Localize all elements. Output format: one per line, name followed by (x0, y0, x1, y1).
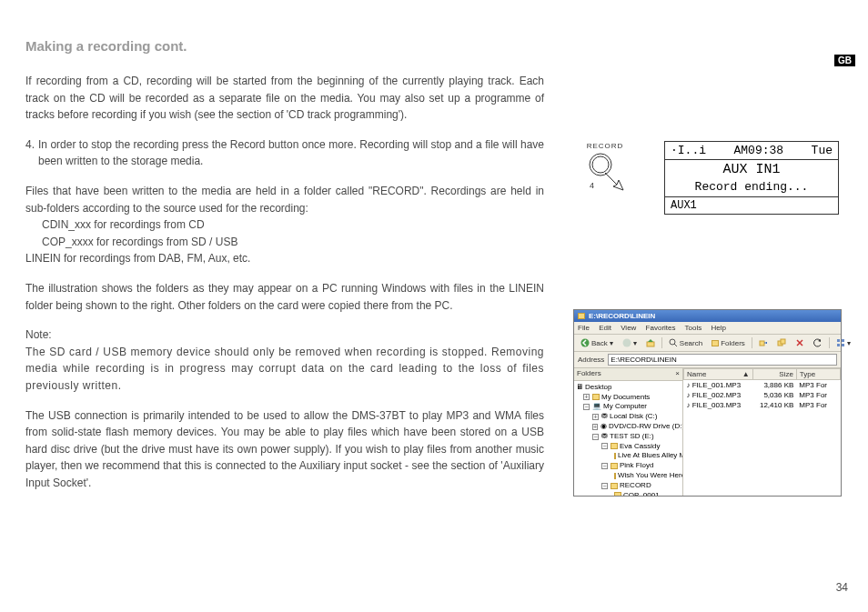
col-size[interactable]: Size (752, 369, 796, 380)
copy-icon[interactable] (774, 337, 789, 348)
forward-button[interactable]: ▾ (620, 337, 640, 348)
svg-point-3 (581, 339, 590, 347)
file-icon: ♪ (687, 391, 691, 399)
table-row: ♪ FILE_001.MP33,886 KBMP3 For (684, 380, 841, 391)
file-icon: ♪ (687, 381, 691, 389)
page-title: Making a recording cont. (25, 38, 187, 54)
page-number: 34 (836, 581, 848, 594)
views-button[interactable]: ▾ (833, 337, 853, 348)
explorer-menu: File Edit View Favorites Tools Help (574, 322, 841, 335)
folders-button[interactable]: Folders (709, 338, 748, 348)
paragraph-3: Files that have been written to the medi… (25, 183, 544, 216)
col-name[interactable]: Name ▲ (684, 369, 753, 380)
drive-icon: ⛃ (601, 412, 608, 422)
explorer-toolbar: Back ▾ ▾ Search Folders ▾ (574, 335, 841, 352)
lcd-day: Tue (812, 144, 833, 157)
lcd-footer: AUX1 (665, 196, 838, 214)
computer-icon: 💻 (592, 402, 601, 412)
svg-text:4: 4 (590, 181, 594, 190)
folder-linein: LINEIN for recordings from DAB, FM, Aux,… (25, 250, 544, 267)
close-icon[interactable]: × (675, 369, 680, 379)
paragraph-4: The illustration shows the folders as th… (25, 280, 544, 314)
svg-rect-16 (842, 344, 844, 346)
table-row: ♪ FILE_002.MP35,036 KBMP3 For (684, 390, 841, 400)
address-input[interactable] (608, 354, 837, 366)
move-icon[interactable] (756, 337, 771, 348)
svg-rect-13 (837, 339, 840, 342)
file-icon: ♪ (687, 401, 691, 409)
note-2: The USB connection is primarily intended… (25, 407, 544, 492)
svg-rect-15 (837, 344, 840, 346)
delete-icon[interactable] (792, 337, 807, 348)
menu-help[interactable]: Help (712, 324, 726, 332)
svg-rect-10 (781, 339, 785, 344)
lcd-line1: AUX IN1 (665, 159, 838, 179)
note-1: The SD card / USB memory device should o… (25, 344, 544, 395)
svg-point-0 (590, 154, 611, 176)
address-label: Address (578, 356, 604, 364)
folder-tree[interactable]: Folders× 🖥Desktop +My Documents −💻My Com… (574, 368, 683, 496)
record-button-illustration: RECORD 4 (573, 141, 637, 196)
step-number: 4. (25, 136, 38, 170)
folder-cd: CDIN_xxx for recordings from CD (25, 216, 544, 234)
body-text: If recording from a CD, recording will b… (25, 73, 544, 504)
folder-cop: COP_xxxx for recordings from SD / USB (25, 234, 544, 251)
lcd-time: AM09:38 (734, 144, 784, 157)
folder-icon (578, 313, 585, 319)
svg-rect-5 (647, 342, 654, 346)
menu-edit[interactable]: Edit (599, 324, 611, 332)
menu-favorites[interactable]: Favorites (646, 324, 676, 332)
table-row: ♪ FILE_003.MP312,410 KBMP3 For (684, 400, 841, 410)
desktop-icon: 🖥 (576, 383, 583, 393)
svg-point-1 (592, 156, 609, 173)
menu-file[interactable]: File (578, 324, 590, 332)
menu-view[interactable]: View (621, 324, 636, 332)
svg-rect-8 (760, 341, 764, 346)
explorer-titlebar: E:\RECORD\LINEIN (574, 310, 841, 322)
folder-icon (712, 340, 719, 346)
file-list[interactable]: Name ▲ Size Type ♪ FILE_001.MP33,886 KBM… (683, 368, 841, 496)
lcd-display: ·I..i AM09:38 Tue AUX IN1 Record ending.… (664, 141, 839, 215)
menu-tools[interactable]: Tools (685, 324, 702, 332)
step-4-text: In order to stop the recording press the… (38, 136, 544, 170)
dvd-icon: ◉ (601, 422, 607, 432)
explorer-addressbar: Address (574, 352, 841, 368)
col-type[interactable]: Type (796, 369, 840, 380)
paragraph-1: If recording from a CD, recording will b… (25, 73, 544, 124)
back-button[interactable]: Back ▾ (578, 337, 616, 348)
lcd-signal: ·I..i (671, 144, 706, 157)
undo-icon[interactable] (811, 337, 825, 348)
svg-rect-14 (842, 339, 844, 342)
explorer-window: E:\RECORD\LINEIN File Edit View Favorite… (573, 309, 842, 497)
svg-point-4 (622, 339, 631, 347)
explorer-title-text: E:\RECORD\LINEIN (589, 312, 655, 320)
lcd-line2: Record ending... (665, 179, 838, 196)
sd-icon: ⛃ (601, 432, 608, 442)
search-button[interactable]: Search (666, 337, 705, 348)
note-label: Note: (25, 326, 544, 344)
svg-line-7 (674, 344, 677, 346)
record-label: RECORD (587, 142, 624, 150)
up-button[interactable] (643, 337, 658, 348)
language-tag: GB (834, 55, 855, 66)
